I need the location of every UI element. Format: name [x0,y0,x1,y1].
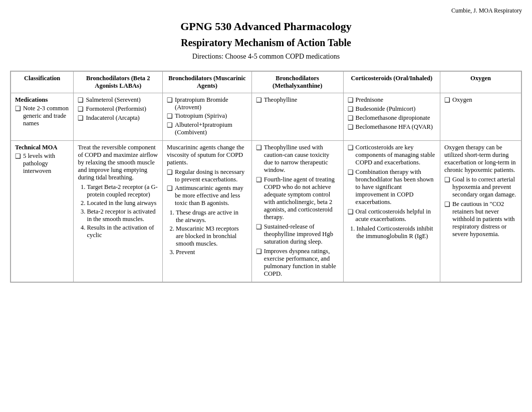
b2a-bullet-3-sym: ❑ [78,114,84,122]
technical-row-label: Technical MOA [15,144,69,151]
oxy-tech-bullet-2-sym: ❑ [444,200,450,238]
main-table-container: Classification Bronchodilators (Beta 2 A… [10,71,522,283]
cort-tech-bullet-2-sym: ❑ [348,168,354,206]
b2a-ol-item-4: Results in the activation of cyclic [87,224,158,239]
musc-ol-item-2: Muscarinic M3 receptors are blocked in b… [176,225,247,248]
title-1: GPNG 530 Advanced Pharmacology [0,20,532,33]
technical-moa-row: Technical MOA ❑ 5 levels with pathology … [11,141,521,282]
directions: Directions: Choose 4-5 common COPD medic… [0,53,532,61]
medications-row-label: Medications [15,96,69,104]
musc-ol-item-3: Prevent [176,249,247,256]
moa-table: Classification Bronchodilators (Beta 2 A… [11,71,521,282]
oxy-tech-bullet-1: Goal is to correct arterial hypoxemia an… [452,176,517,198]
musc-tech-bullet-1: Regular dosing is necessary to prevent e… [175,168,247,183]
musc-med-2: Tiotropium (Spiriva) [175,112,227,120]
meth-tech-bullet-4-sym: ❑ [256,248,262,278]
musc-tech-bullet-2-sym: ❑ [167,184,173,207]
cort-tech-bullet-3-sym: ❑ [348,208,354,223]
meth-tech-bullet-3-sym: ❑ [256,223,262,246]
cort-bullet-4-sym: ❑ [348,123,354,131]
medications-row: Medications ❑ Note 2-3 common generic an… [11,93,521,141]
meth-tech-bullet-4: Improves dyspnea ratings, exercise perfo… [264,248,339,278]
b2a-bullet-2-sym: ❑ [78,105,84,113]
cort-ol-item-1: Inhaled Corticosteroids inhibit the immu… [357,225,436,240]
musc-tech-bullet-1-sym: ❑ [167,168,173,183]
header-b2a: Bronchodilators (Beta 2 Agonists LABAs) [74,72,163,93]
document-attribution: Cumbie, J. MOA Respiratory [451,7,522,15]
b2a-ol-item-2: Located in the lung airways [87,199,158,207]
technical-oxy-cell: Oxygen therapy can be utilized short-ter… [440,141,521,282]
oxy-med-1: Oxygen [452,96,472,104]
cort-bullet-2-sym: ❑ [348,105,354,113]
medications-sublabel: Note 2-3 common generic and trade names [23,105,69,127]
b2a-med-3: Indacaterol (Arcapta) [86,114,139,122]
b2a-bullet-1-sym: ❑ [78,96,84,104]
cort-tech-bullet-2: Combination therapy with bronchodilator … [356,168,436,206]
cort-bullet-1-sym: ❑ [348,96,354,104]
meth-bullet-1-sym: ❑ [256,96,262,104]
meth-tech-bullet-1: Theophylline used with caution-can cause… [264,144,339,174]
technical-cort-cell: ❑Corticosteroids are key components of m… [343,141,440,282]
medications-oxy-cell: ❑Oxygen [440,93,521,141]
b2a-ordered-list: Target Beta-2 receptor (a G-protein coup… [78,183,158,239]
b2a-med-1: Salmeterol (Serevent) [86,96,140,104]
oxy-bullet-1-sym: ❑ [444,96,450,104]
header-oxy: Oxygen [440,72,521,93]
header-musc: Bronchodilators (Muscarinic Agents) [163,72,252,93]
cort-med-4: Beclomethasone HFA (QVAR) [356,123,433,131]
medications-musc-cell: ❑Ipratropium Bromide (Atrovent) ❑Tiotrop… [163,93,252,141]
musc-bullet-1-sym: ❑ [167,96,173,111]
meth-tech-bullet-1-sym: ❑ [256,144,262,174]
cort-med-1: Prednisone [356,96,384,104]
musc-med-3: Albuterol+Ipratropium (Combivent) [175,121,247,136]
musc-intro-text: Muscarininc agents change the viscosity … [167,144,247,166]
medications-b2a-cell: ❑Salmeterol (Serevent) ❑Formoterol (Perf… [74,93,163,141]
table-header-row: Classification Bronchodilators (Beta 2 A… [11,72,521,93]
musc-med-1: Ipratropium Bromide (Atrovent) [175,96,247,111]
cort-bullet-3-sym: ❑ [348,114,354,122]
header-meth: Bronchodilators (Methalyxanthine) [251,72,343,93]
technical-sublabel: 5 levels with pathology interwoven [23,152,69,175]
musc-tech-bullet-2: Antimuscarinic agents may be more effect… [175,184,247,207]
musc-bullet-3-sym: ❑ [167,121,173,136]
medications-cort-cell: ❑Prednisone ❑Budesonide (Pulmicort) ❑Bec… [343,93,440,141]
b2a-intro-text: Treat the reversible component of COPD a… [78,144,158,181]
musc-ol-item-1: These drugs are active in the airways. [176,209,247,224]
musc-bullet-2-sym: ❑ [167,112,173,120]
musc-ordered-list: These drugs are active in the airways. M… [167,209,247,256]
cort-tech-bullet-3: Oral corticosteroids helpful in acute ex… [356,208,436,223]
cort-tech-bullet-1: Corticosteroids are key components of ma… [356,144,436,166]
b2a-ol-item-3: Beta-2 receptor is activated in the smoo… [87,208,158,223]
meth-med-1: Theophylline [264,96,298,104]
cort-ordered-list: Inhaled Corticosteroids inhibit the immu… [348,225,436,240]
technical-label-cell: Technical MOA ❑ 5 levels with pathology … [11,141,74,282]
medications-label-cell: Medications ❑ Note 2-3 common generic an… [11,93,74,141]
cort-med-3: Beclomethasone dipropionate [356,114,430,122]
technical-musc-cell: Muscarininc agents change the viscosity … [163,141,252,282]
technical-meth-cell: ❑Theophylline used with caution-can caus… [251,141,343,282]
oxy-tech-bullet-1-sym: ❑ [444,176,450,198]
medications-meth-cell: ❑Theophylline [251,93,343,141]
header-classification: Classification [11,72,74,93]
meth-tech-bullet-3: Sustained-release of theophylline improv… [264,223,339,246]
technical-b2a-cell: Treat the reversible component of COPD a… [74,141,163,282]
oxy-tech-bullet-2: Be cautious in "CO2 retainers but never … [452,200,517,238]
header-cort: Corticosteroids (Oral/Inhaled) [343,72,440,93]
title-2: Respiratory Mechanism of Action Table [0,37,532,49]
technical-bullet-symbol: ❑ [15,152,21,175]
meth-tech-bullet-2-sym: ❑ [256,176,262,221]
medications-bullet-symbol: ❑ [15,105,21,127]
cort-med-2: Budesonide (Pulmicort) [356,105,416,113]
b2a-ol-item-1: Target Beta-2 receptor (a G-protein coup… [87,183,158,198]
b2a-med-2: Formoterol (Performist) [86,105,146,113]
meth-tech-bullet-2: Fourth-line agent of treating COPD who d… [264,176,339,221]
cort-tech-bullet-1-sym: ❑ [348,144,354,166]
oxy-intro-text: Oxygen therapy can be utilized short-ter… [444,144,517,174]
